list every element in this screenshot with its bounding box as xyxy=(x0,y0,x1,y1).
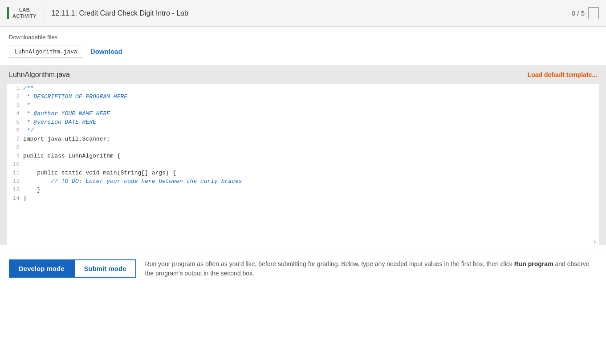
code-token: public class LuhnAlgorithm { xyxy=(23,153,120,159)
bookmark-icon xyxy=(588,7,599,20)
code-editor-header: LuhnAlgorithm.java Load default template… xyxy=(0,65,606,84)
header-divider xyxy=(44,4,44,22)
code-token: * DESCRIPTION OF PROGRAM HERE xyxy=(23,93,127,100)
code-line-4: 4 * @author YOUR NAME HERE xyxy=(7,109,599,118)
code-file-title: LuhnAlgorithm.java xyxy=(9,71,70,79)
line-number: 10 xyxy=(7,160,21,169)
line-number: 14 xyxy=(7,194,21,202)
code-line-8: 8 xyxy=(7,143,599,152)
download-link[interactable]: Download xyxy=(90,48,122,55)
code-token xyxy=(23,144,27,151)
run-program-bold: Run program xyxy=(514,260,553,267)
submit-mode-button[interactable]: Submit mode xyxy=(74,259,136,278)
downloadable-section: Downloadable files LuhnAlgorithm.java Do… xyxy=(0,27,606,65)
code-line-6: 6 */ xyxy=(7,126,599,135)
code-line-empty-4 xyxy=(7,228,599,236)
line-number: 5 xyxy=(7,118,21,126)
code-area[interactable]: 1 /** 2 * DESCRIPTION OF PROGRAM HERE 3 … xyxy=(7,84,599,245)
code-token: * @version DATE HERE xyxy=(23,119,96,125)
bottom-description: Run your program as often as you'd like,… xyxy=(145,259,597,278)
file-row: LuhnAlgorithm.java Download xyxy=(9,45,597,58)
code-line-10: 10 xyxy=(7,160,599,169)
code-line-13: 13 } xyxy=(7,186,599,194)
code-token: * @author YOUR NAME HERE xyxy=(23,110,110,117)
load-template-link[interactable]: Load default template... xyxy=(528,71,597,78)
activity-label: ACTIVITY xyxy=(12,13,37,19)
line-number: 13 xyxy=(7,186,21,194)
score-badge: 0 / 5 xyxy=(572,7,599,20)
code-table: 1 /** 2 * DESCRIPTION OF PROGRAM HERE 3 … xyxy=(7,84,599,245)
code-line-14: 14 } xyxy=(7,194,599,202)
description-text: Run your program as often as you'd like,… xyxy=(145,260,514,267)
code-line-empty-3 xyxy=(7,219,599,228)
file-name-box: LuhnAlgorithm.java xyxy=(9,45,83,58)
lab-label: LAB xyxy=(19,7,30,13)
code-token xyxy=(23,161,27,168)
code-line-empty-2 xyxy=(7,211,599,219)
code-line-12: 12 // TO DO: Enter your code here betwee… xyxy=(7,177,599,186)
bottom-bar: Develop mode Submit mode Run your progra… xyxy=(0,252,606,285)
resize-handle[interactable]: ⌞ xyxy=(594,235,597,244)
downloadable-label: Downloadable files xyxy=(9,34,597,40)
code-line-3: 3 * xyxy=(7,101,599,109)
code-line-empty-1 xyxy=(7,202,599,211)
header: LAB ACTIVITY 12.11.1: Credit Card Check … xyxy=(0,0,606,27)
code-token: */ xyxy=(23,127,33,134)
line-number: 8 xyxy=(7,143,21,152)
code-token: * xyxy=(23,102,30,109)
code-token: import java.util.Scanner; xyxy=(23,136,110,142)
code-line-empty-5 xyxy=(7,236,599,245)
line-number: 6 xyxy=(7,126,21,135)
lab-badge: LAB ACTIVITY xyxy=(7,7,37,19)
line-number: 12 xyxy=(7,177,21,186)
page-title: 12.11.1: Credit Card Check Digit Intro -… xyxy=(51,9,572,17)
code-token: public static void main(String[] args) { xyxy=(23,170,176,176)
code-line-9: 9 public class LuhnAlgorithm { xyxy=(7,152,599,160)
code-editor-wrapper: LuhnAlgorithm.java Load default template… xyxy=(0,65,606,245)
line-number: 7 xyxy=(7,135,21,143)
code-token: // TO DO: Enter your code here between t… xyxy=(23,178,242,185)
code-token: } xyxy=(23,186,41,193)
develop-mode-button[interactable]: Develop mode xyxy=(9,259,74,278)
line-number: 3 xyxy=(7,101,21,109)
line-number: 11 xyxy=(7,169,21,177)
line-number: 2 xyxy=(7,93,21,101)
code-token: /** xyxy=(23,85,33,92)
code-token: } xyxy=(23,195,27,202)
code-line-2: 2 * DESCRIPTION OF PROGRAM HERE xyxy=(7,93,599,101)
score-text: 0 / 5 xyxy=(572,9,585,17)
code-line-7: 7 import java.util.Scanner; xyxy=(7,135,599,143)
line-number: 1 xyxy=(7,84,21,93)
code-line-1: 1 /** xyxy=(7,84,599,93)
code-line-11: 11 public static void main(String[] args… xyxy=(7,169,599,177)
code-line-5: 5 * @version DATE HERE xyxy=(7,118,599,126)
line-number: 4 xyxy=(7,109,21,118)
mode-buttons: Develop mode Submit mode xyxy=(9,259,136,278)
line-number: 9 xyxy=(7,152,21,160)
